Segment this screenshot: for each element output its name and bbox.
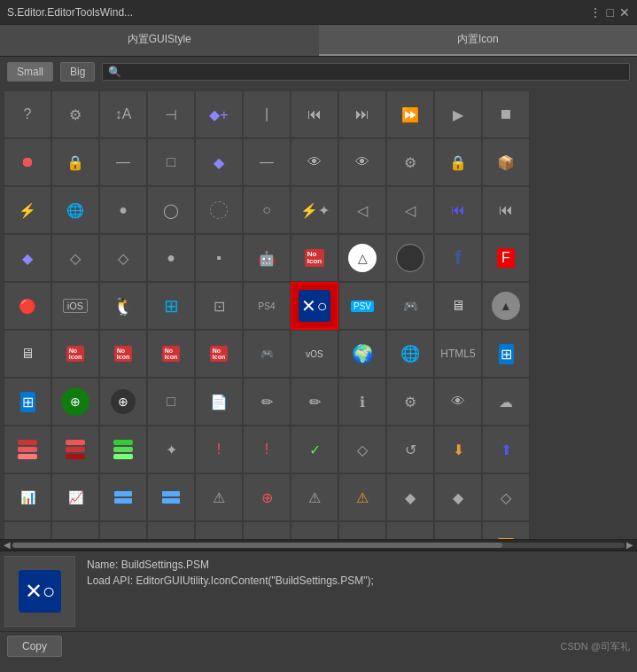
icon-cell[interactable]: ⚡✦ xyxy=(291,186,338,234)
icon-cell[interactable]: — xyxy=(243,138,291,186)
icon-cell[interactable]: ◆+ xyxy=(291,521,338,539)
icon-cell[interactable]: ⏩ xyxy=(482,521,530,539)
scroll-left-arrow[interactable]: ◀ xyxy=(2,540,12,550)
icon-cell[interactable]: 🤖 xyxy=(243,234,291,282)
icon-cell[interactable]: ▪ xyxy=(195,234,243,282)
icon-cell[interactable]: ◇ xyxy=(4,521,51,539)
icon-cell[interactable] xyxy=(99,473,147,521)
icon-cell[interactable] xyxy=(147,473,195,521)
big-button[interactable]: Big xyxy=(60,62,95,82)
icon-cell[interactable]: ⊕ xyxy=(51,378,99,426)
icon-cell-psm-selected[interactable]: ✕○ xyxy=(291,282,338,330)
icon-cell[interactable] xyxy=(4,426,51,473)
icon-cell[interactable]: ⏮ xyxy=(434,186,482,234)
icon-cell[interactable]: ⏭ xyxy=(434,521,482,539)
icon-cell[interactable]: □ xyxy=(51,521,99,539)
icon-cell[interactable]: ⏮ xyxy=(291,90,338,138)
icon-cell[interactable]: □ xyxy=(147,138,195,186)
icon-cell[interactable] xyxy=(195,186,243,234)
icon-cell[interactable]: 🌐 xyxy=(386,330,434,378)
icon-cell[interactable]: 📊 xyxy=(4,473,51,521)
scroll-right-arrow[interactable]: ▶ xyxy=(625,540,635,550)
icon-cell[interactable]: ◇ xyxy=(338,426,386,473)
search-box[interactable]: 🔍 xyxy=(102,63,630,81)
icon-cell[interactable]: ⚙ xyxy=(51,90,99,138)
icon-cell[interactable]: 👁 xyxy=(291,138,338,186)
icon-cell[interactable]: 🌍 xyxy=(338,330,386,378)
icon-cell[interactable]: HTML5 xyxy=(434,330,482,378)
icon-cell[interactable]: 🖥 xyxy=(4,330,51,378)
icon-cell[interactable]: PSV xyxy=(338,282,386,330)
icon-cell[interactable]: ● xyxy=(147,234,195,282)
scrollbar-track[interactable] xyxy=(12,543,625,548)
icon-cell[interactable]: ☆ xyxy=(99,521,147,539)
icon-cell[interactable]: 🖥 xyxy=(434,282,482,330)
icon-cell[interactable]: ◁ xyxy=(338,186,386,234)
icon-cell[interactable]: ↕A xyxy=(195,521,243,539)
icon-cell[interactable]: 🔴 xyxy=(4,282,51,330)
small-button[interactable]: Small xyxy=(7,62,53,82)
horizontal-scrollbar[interactable]: ◀ ▶ xyxy=(0,539,637,550)
icon-cell[interactable]: □ xyxy=(147,378,195,426)
icon-cell[interactable] xyxy=(51,426,99,473)
icon-cell[interactable]: ○ xyxy=(243,186,291,234)
icon-cell[interactable]: 📈 xyxy=(51,473,99,521)
icon-cell[interactable]: ⬇ xyxy=(434,426,482,473)
icon-cell[interactable]: 📄 xyxy=(195,378,243,426)
tab-icon[interactable]: 内置Icon xyxy=(319,25,638,56)
icon-cell[interactable]: | xyxy=(338,521,386,539)
icon-cell[interactable]: 🌐 xyxy=(51,186,99,234)
icon-cell[interactable]: ◆ xyxy=(195,138,243,186)
icon-cell[interactable]: ⚡ xyxy=(4,186,51,234)
icon-cell[interactable]: 🐧 xyxy=(99,282,147,330)
icon-cell[interactable]: ! xyxy=(195,426,243,473)
icon-cell[interactable]: ✏ xyxy=(291,378,338,426)
close-icon[interactable]: ✕ xyxy=(619,5,630,20)
icon-cell[interactable]: ⊡ xyxy=(195,282,243,330)
icon-cell[interactable]: ⊕ xyxy=(99,378,147,426)
tab-guistyle[interactable]: 内置GUIStyle xyxy=(0,25,319,56)
icon-cell[interactable]: ◇ xyxy=(99,234,147,282)
icon-cell[interactable]: 🎮 xyxy=(386,282,434,330)
icon-cell[interactable]: NoIcon xyxy=(99,330,147,378)
icon-cell[interactable]: ⊣ xyxy=(243,521,291,539)
icon-cell[interactable]: ! xyxy=(243,426,291,473)
icon-grid-container[interactable]: ? ⚙ ↕A ⊣ ◆+ | ⏮ ⏭ ⏩ ▶ ⏹ ⏺ 🔒 — □ ◆ — 👁 👁 … xyxy=(0,87,637,539)
icon-cell[interactable]: ▲ xyxy=(386,234,434,282)
icon-cell[interactable]: ℹ xyxy=(338,378,386,426)
icon-cell[interactable]: ⏮ xyxy=(386,521,434,539)
icon-cell[interactable]: ? xyxy=(4,90,51,138)
icon-cell[interactable]: ⏩ xyxy=(386,90,434,138)
scrollbar-thumb[interactable] xyxy=(12,543,502,548)
icon-cell[interactable]: ⊞ xyxy=(482,330,530,378)
search-input[interactable] xyxy=(125,66,624,78)
icon-cell[interactable]: 👁 xyxy=(434,378,482,426)
icon-cell[interactable]: ◆ xyxy=(434,473,482,521)
icon-cell[interactable]: ⚠ xyxy=(291,473,338,521)
menu-icon[interactable]: ⋮ xyxy=(589,5,602,20)
icon-cell[interactable]: ⬆ xyxy=(482,426,530,473)
icon-cell[interactable]: ◇ xyxy=(51,234,99,282)
icon-cell[interactable]: vOS xyxy=(291,330,338,378)
icon-cell[interactable]: ◇ xyxy=(482,473,530,521)
icon-cell[interactable]: ↺ xyxy=(386,426,434,473)
icon-cell[interactable]: PS4 xyxy=(243,282,291,330)
icon-cell[interactable]: ◯ xyxy=(147,186,195,234)
icon-cell[interactable]: ⊞ xyxy=(4,378,51,426)
copy-button[interactable]: Copy xyxy=(7,636,62,657)
icon-cell[interactable]: 🎮 xyxy=(243,330,291,378)
icon-cell[interactable]: NoIcon xyxy=(147,330,195,378)
icon-cell[interactable]: ⏹ xyxy=(482,90,530,138)
icon-cell[interactable]: ✦ xyxy=(147,426,195,473)
icon-cell[interactable]: ⏭ xyxy=(338,90,386,138)
icon-cell[interactable]: ☁ xyxy=(482,378,530,426)
icon-cell[interactable]: iOS xyxy=(51,282,99,330)
icon-cell[interactable]: ⊕ xyxy=(243,473,291,521)
icon-cell[interactable]: ⚠ xyxy=(195,473,243,521)
icon-cell[interactable]: NoIcon xyxy=(195,330,243,378)
icon-cell[interactable]: ◁ xyxy=(386,186,434,234)
icon-cell[interactable]: ◆+ xyxy=(195,90,243,138)
icon-cell[interactable]: ◆ xyxy=(386,473,434,521)
icon-cell[interactable]: ⊣ xyxy=(147,90,195,138)
icon-cell[interactable]: NoIcon xyxy=(291,234,338,282)
